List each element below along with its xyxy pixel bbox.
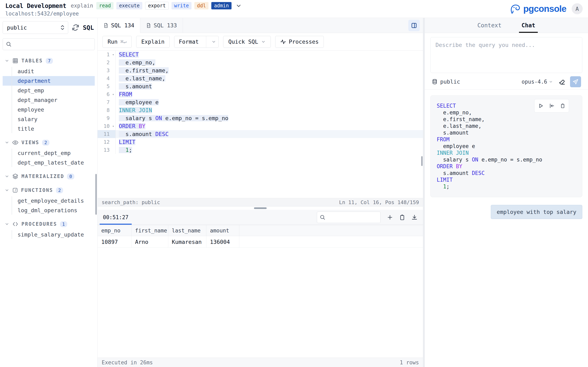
line-number: 13 [98,146,116,154]
chevron-down-icon [5,140,9,145]
connection-string: localhost:5432/employee [5,11,588,17]
section-header-procedures[interactable]: PROCEDURES1 [3,219,95,229]
processes-button[interactable]: Processes [275,36,324,48]
code-line-1[interactable]: 1▾SELECT [98,50,423,58]
run-snippet-icon[interactable] [538,103,544,109]
code-line-2[interactable]: 2 e.emp_no, [98,58,423,67]
sidebar-search-input[interactable] [14,41,92,47]
permission-badge-export[interactable]: export [145,2,169,9]
tree-item-employee[interactable]: employee [3,105,95,114]
format-dropdown-chevron-icon[interactable] [209,36,218,48]
tab-chat[interactable]: Chat [521,18,536,33]
tree-item-dept_manager[interactable]: dept_manager [3,95,95,105]
header-expand-chevron-icon[interactable] [236,3,241,8]
model-chevron-icon [549,80,553,84]
fold-marker-icon[interactable]: ▾ [112,53,114,57]
run-button[interactable]: Run ⌘↵ [103,36,132,48]
copy-snippet-icon[interactable] [560,103,565,108]
tab-context[interactable]: Context [476,18,502,33]
editor-scrollbar[interactable] [421,156,423,166]
split-panel-icon[interactable] [408,20,420,31]
column-header-amount[interactable]: amount [206,225,239,236]
table-row[interactable]: 10897ArnoKumaresan136004 [98,236,423,248]
column-header-emp_no[interactable]: emp_no [98,225,131,236]
sidebar-search[interactable] [3,38,95,50]
column-header-last_name[interactable]: last_name [168,225,206,236]
add-result-tab-icon[interactable] [387,214,393,221]
sql-editor[interactable]: 1▾SELECT2 e.emp_no,3 e.first_name,4 e.la… [98,50,423,198]
line-number: 10▾ [98,122,116,130]
execution-time-label: Executed in 26ms [102,359,153,366]
code-line-8[interactable]: 8INNER JOIN [98,106,423,114]
sql-mode-label[interactable]: SQL [83,24,94,31]
section-header-views[interactable]: VIEWS2 [3,138,95,147]
download-results-icon[interactable] [411,214,418,221]
schema-select[interactable]: public [3,21,68,34]
tree-item-dept_emp[interactable]: dept_emp [3,86,95,95]
splitter-handle[interactable] [254,207,267,209]
editor-tab-sql-134[interactable]: SQL 134 [98,18,140,33]
copy-results-icon[interactable] [399,214,406,221]
send-button[interactable] [570,76,581,87]
assistant-panel: Context Chat public opus-4.6 [425,18,588,367]
editor-tab-sql-133[interactable]: SQL 133 [140,18,183,33]
model-select[interactable]: opus-4.6 [522,79,553,85]
insert-into-editor-icon[interactable] [549,103,555,109]
explain-button[interactable]: Explain [136,36,170,48]
code-line-13[interactable]: 13 1; [98,146,423,154]
activity-icon [280,39,286,45]
quick-sql-button[interactable]: Quick SQL [223,36,270,48]
chat-composer [425,33,588,74]
permission-badge-read[interactable]: read [96,2,113,9]
tree-item-get_employee_details[interactable]: get_employee_details [3,196,95,206]
code-line-3[interactable]: 3 e.first_name, [98,67,423,75]
refresh-icon[interactable] [72,24,79,31]
results-search[interactable] [317,212,380,223]
tree-item-department[interactable]: department [3,76,95,86]
avatar[interactable]: A [572,3,583,14]
line-number: 7 [98,98,116,106]
function-icon: f [12,187,18,193]
clear-chat-eraser-icon[interactable] [559,78,566,85]
tree-item-title[interactable]: title [3,124,95,133]
tree-item-audit[interactable]: audit [3,67,95,76]
assistant-sql-block: SELECT e.emp_no, e.first_name, e.last_na… [430,95,582,197]
permission-badge-execute[interactable]: execute [116,2,142,9]
fold-marker-icon[interactable]: ▾ [112,124,114,128]
panel-divider[interactable] [423,18,425,367]
code-line-10[interactable]: 10▾ORDER BY [98,122,423,130]
table-icon [12,58,18,64]
format-button[interactable]: Format [174,36,219,48]
tree-item-salary[interactable]: salary [3,114,95,124]
code-line-6[interactable]: 6▾FROM [98,90,423,98]
section-header-functions[interactable]: fFUNCTIONS2 [3,185,95,195]
tree-item-current_dept_emp[interactable]: current_dept_emp [3,148,95,158]
column-header-first_name[interactable]: first_name [131,225,168,236]
code-line-5[interactable]: 5 s.amount [98,82,423,90]
results-search-input[interactable] [327,214,392,220]
section-header-tables[interactable]: TABLES7 [3,56,95,66]
code-line-12[interactable]: 12LIMIT [98,138,423,146]
code-line-4[interactable]: 4 e.last_name, [98,75,423,82]
section-header-materialized[interactable]: MATERIALIZED0 [3,171,95,181]
tree-item-log_dml_operations[interactable]: log_dml_operations [3,206,95,215]
code-line-7[interactable]: 7 employee e [98,98,423,106]
tree-item-simple_salary_update[interactable]: simple_salary_update [3,230,95,239]
permission-badge-admin[interactable]: admin [211,2,231,9]
permission-badge-write[interactable]: write [172,2,191,9]
results-splitter[interactable] [98,207,423,210]
schema-context[interactable]: public [432,78,460,85]
app-logo: pgconsole [509,3,566,15]
permission-badge-ddl[interactable]: ddl [194,2,208,9]
code-line-9[interactable]: 9 salary s ON e.emp_no = s.emp_no [98,114,423,122]
result-timer-tab[interactable]: 00:51:27 [98,210,134,225]
sidebar-scrollbar[interactable] [95,174,97,215]
tree-item-dept_emp_latest_date[interactable]: dept_emp_latest_date [3,158,95,167]
pgconsole-elephant-icon [509,3,521,15]
section-name: VIEWS [21,140,39,145]
fold-marker-icon[interactable]: ▾ [112,92,114,96]
editor-statusbar: search_path: public Ln 11, Col 16, Pos 1… [98,198,423,207]
chevron-down-icon [5,174,9,179]
code-line-11[interactable]: 11 s.amount DESC [98,130,423,138]
query-description-input[interactable] [430,37,582,73]
